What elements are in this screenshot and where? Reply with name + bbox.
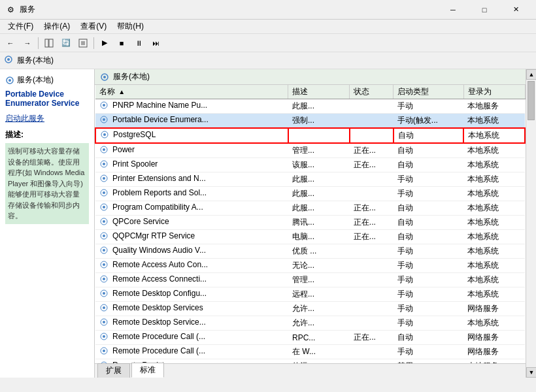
left-panel-local-label: 服务(本地) bbox=[17, 74, 54, 86]
forward-button[interactable]: → bbox=[20, 36, 35, 50]
table-row[interactable]: Remote Desktop Configu...远程...手动本地系统 bbox=[95, 287, 525, 302]
service-startup-cell: 手动 bbox=[394, 302, 463, 316]
col-startup[interactable]: 启动类型 bbox=[394, 85, 463, 99]
service-status-cell: 正在... bbox=[350, 230, 394, 244]
service-desc-cell: 强制... bbox=[288, 114, 350, 129]
service-icon bbox=[99, 188, 109, 197]
maximize-button[interactable]: □ bbox=[469, 0, 499, 20]
toolbar: ← → 🔄 ▶ ■ ⏸ ⏭ bbox=[0, 34, 536, 52]
service-desc-cell: 此服... bbox=[288, 187, 350, 201]
minimize-button[interactable]: ─ bbox=[438, 0, 468, 20]
service-login-cell: 本地系统 bbox=[463, 316, 525, 331]
table-row[interactable]: Remote Desktop Service...允许...手动本地系统 bbox=[95, 316, 525, 331]
pause-button[interactable]: ⏸ bbox=[131, 36, 146, 50]
svg-point-7 bbox=[7, 58, 10, 61]
col-name[interactable]: 名称 ▲ bbox=[95, 85, 288, 99]
service-startup-cell: 手动 bbox=[394, 187, 463, 201]
scrollbar[interactable]: ▲ ▼ bbox=[526, 69, 536, 378]
table-row[interactable]: QPCore Service腾讯...正在...自动本地系统 bbox=[95, 216, 525, 230]
table-row[interactable]: Printer Extensions and N...此服...手动本地系统 bbox=[95, 172, 525, 187]
start-service-link[interactable]: 启动此服务 bbox=[5, 113, 89, 124]
col-desc[interactable]: 描述 bbox=[288, 85, 350, 99]
table-row[interactable]: Remote Desktop Services允许...手动网络服务 bbox=[95, 302, 525, 316]
export-button[interactable] bbox=[75, 36, 91, 50]
service-desc-cell: RPC... bbox=[288, 331, 350, 345]
service-login-cell: 本地系统 bbox=[463, 187, 525, 201]
scroll-thumb[interactable] bbox=[528, 81, 535, 120]
svg-point-41 bbox=[103, 306, 105, 309]
service-startup-cell: 手动 bbox=[394, 244, 463, 259]
stop-button[interactable]: ■ bbox=[114, 36, 129, 50]
service-icon bbox=[99, 318, 109, 327]
service-status-cell bbox=[350, 316, 394, 331]
service-startup-cell: 手动 bbox=[394, 172, 463, 187]
close-button[interactable]: ✕ bbox=[501, 0, 531, 20]
service-desc-cell: 优质 ... bbox=[288, 244, 350, 259]
scroll-up-button[interactable]: ▲ bbox=[526, 69, 536, 80]
service-name-cell: QPCore Service bbox=[99, 217, 169, 226]
table-row[interactable]: Program Compatibility A...此服...正在...自动本地… bbox=[95, 201, 525, 216]
service-icon bbox=[100, 130, 109, 139]
play-button[interactable]: ▶ bbox=[97, 36, 112, 50]
table-row[interactable]: Print Spooler该服...正在...自动本地系统 bbox=[95, 158, 525, 172]
menu-view[interactable]: 查看(V) bbox=[75, 20, 112, 33]
service-status-cell bbox=[350, 187, 394, 201]
back-button[interactable]: ← bbox=[3, 36, 18, 50]
service-status-cell bbox=[350, 99, 394, 114]
local-services-icon bbox=[5, 76, 14, 85]
table-row[interactable]: QQPCMgr RTP Service电脑...正在...自动本地系统 bbox=[95, 230, 525, 244]
service-startup-cell: 手动 bbox=[394, 99, 463, 114]
service-startup-cell: 手动 bbox=[394, 287, 463, 302]
service-name-cell: Printer Extensions and N... bbox=[99, 174, 206, 183]
table-row[interactable]: Problem Reports and Sol...此服...手动本地系统 bbox=[95, 187, 525, 201]
service-login-cell: 本地系统 bbox=[463, 244, 525, 259]
menu-file[interactable]: 文件(F) bbox=[3, 20, 39, 33]
service-desc-cell: 管理... bbox=[288, 143, 350, 158]
service-status-cell bbox=[350, 287, 394, 302]
service-status-cell bbox=[350, 172, 394, 187]
services-table[interactable]: 名称 ▲ 描述 状态 启动类型 登录为 PNRP Machine Name Pu… bbox=[95, 85, 526, 363]
title-bar: ⚙ 服务 ─ □ ✕ bbox=[0, 0, 536, 20]
service-name-cell: Remote Procedure Call (... bbox=[99, 346, 205, 355]
service-status-cell bbox=[350, 302, 394, 316]
menu-action[interactable]: 操作(A) bbox=[39, 20, 75, 33]
service-desc-cell: 在 W... bbox=[288, 345, 350, 359]
restart-button[interactable]: ⏭ bbox=[148, 36, 163, 50]
desc-title: 描述: bbox=[5, 129, 89, 140]
svg-point-43 bbox=[103, 321, 105, 323]
table-row[interactable]: PostgreSQL自动本地系统 bbox=[95, 128, 525, 143]
service-icon bbox=[99, 159, 109, 169]
table-row[interactable]: Remote Procedure Call (...在 W...手动网络服务 bbox=[95, 345, 525, 359]
menu-help[interactable]: 帮助(H) bbox=[112, 20, 149, 33]
table-row[interactable]: Remote Access Connecti...管理...手动本地系统 bbox=[95, 273, 525, 287]
table-row[interactable]: PNRP Machine Name Pu...此服...手动本地服务 bbox=[95, 99, 525, 114]
table-row[interactable]: Remote Access Auto Con...无论...手动本地系统 bbox=[95, 259, 525, 273]
table-row[interactable]: Remote Procedure Call (...RPC...正在...自动网… bbox=[95, 331, 525, 345]
table-row[interactable]: Quality Windows Audio V...优质 ...手动本地系统 bbox=[95, 244, 525, 259]
service-status-cell bbox=[350, 345, 394, 359]
svg-point-9 bbox=[8, 79, 11, 82]
service-login-cell: 网络服务 bbox=[463, 331, 525, 345]
service-login-cell: 网络服务 bbox=[463, 302, 525, 316]
service-status-cell bbox=[350, 273, 394, 287]
tab-standard[interactable]: 标准 bbox=[131, 363, 164, 378]
service-status-cell: 正在... bbox=[350, 201, 394, 216]
service-icon bbox=[99, 231, 109, 240]
service-icon bbox=[99, 346, 109, 355]
service-startup-cell: 手动 bbox=[394, 316, 463, 331]
service-desc-cell: 管理... bbox=[288, 273, 350, 287]
service-startup-cell: 手动 bbox=[394, 345, 463, 359]
service-name-cell: Remote Procedure Call (... bbox=[99, 332, 205, 341]
service-name-cell: Problem Reports and Sol... bbox=[99, 188, 207, 197]
service-description: 强制可移动大容量存储设备的组策略。使应用程序(如 Windows Media P… bbox=[5, 143, 89, 224]
col-status[interactable]: 状态 bbox=[350, 85, 394, 99]
service-icon bbox=[99, 115, 109, 124]
col-login[interactable]: 登录为 bbox=[463, 85, 525, 99]
service-login-cell: 本地系统 bbox=[463, 259, 525, 273]
tab-expand[interactable]: 扩展 bbox=[97, 363, 130, 378]
refresh-button[interactable]: 🔄 bbox=[58, 36, 74, 50]
table-row[interactable]: Power管理...正在...自动本地系统 bbox=[95, 143, 525, 158]
scroll-down-button[interactable]: ▼ bbox=[526, 367, 536, 378]
table-row[interactable]: Portable Device Enumera...强制...手动(触发...本… bbox=[95, 114, 525, 129]
show-hide-button[interactable] bbox=[41, 36, 57, 50]
